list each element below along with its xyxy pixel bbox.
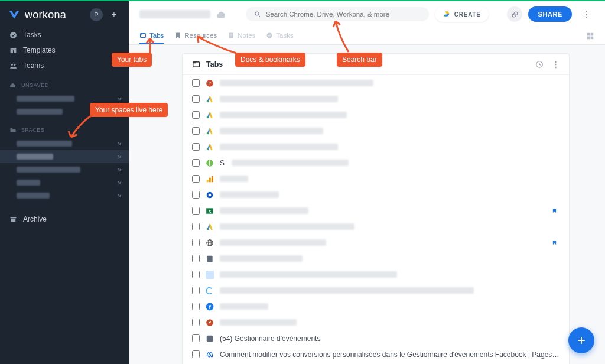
row-checkbox[interactable] — [192, 143, 200, 151]
svg-point-4 — [11, 63, 13, 65]
cloud-synced-icon — [216, 9, 227, 20]
dashboard-icon[interactable] — [586, 32, 594, 40]
tab-row[interactable] — [183, 266, 569, 282]
tab-row[interactable] — [183, 235, 569, 251]
space-item[interactable]: × — [0, 189, 129, 202]
tab-row[interactable] — [183, 187, 569, 203]
tab-row[interactable]: (54) Gestionnaire d'évènements — [183, 330, 569, 346]
tab-row[interactable] — [183, 282, 569, 298]
row-checkbox[interactable] — [192, 207, 200, 214]
close-icon[interactable]: × — [117, 165, 122, 174]
space-item[interactable]: × — [0, 163, 129, 176]
close-icon[interactable]: × — [117, 178, 122, 187]
bookmark-icon — [174, 32, 181, 39]
tab-row[interactable] — [183, 251, 569, 266]
svg-point-34 — [209, 193, 212, 196]
grey-doc-favicon-icon — [206, 255, 214, 263]
row-checkbox[interactable] — [192, 191, 200, 199]
history-icon[interactable] — [535, 60, 544, 69]
row-checkbox[interactable] — [192, 303, 200, 310]
tab-row[interactable]: P — [183, 75, 569, 91]
row-checkbox[interactable] — [192, 318, 200, 326]
nav-label: Templates — [23, 46, 56, 54]
globe-favicon-icon — [206, 239, 214, 247]
row-checkbox[interactable] — [192, 334, 200, 342]
sidebar: workona P + Tasks Templates Teams UNSAVE… — [0, 1, 129, 364]
panel-more-button[interactable]: ⋮ — [552, 60, 560, 69]
nav-tasks[interactable]: Tasks — [0, 27, 129, 43]
close-icon[interactable]: × — [117, 139, 122, 148]
row-title-redacted — [220, 239, 326, 246]
row-title-redacted — [220, 176, 248, 182]
row-checkbox[interactable] — [192, 127, 200, 135]
svg-text:P: P — [209, 320, 212, 324]
content-area: Tabs ⋮ PSXfP(54) Gestionnaire d'évènemen… — [129, 45, 605, 364]
svg-point-5 — [14, 63, 15, 65]
green-s-favicon-icon — [206, 159, 214, 167]
space-item[interactable]: × — [0, 137, 129, 150]
row-checkbox[interactable] — [192, 223, 200, 230]
copy-link-button[interactable] — [507, 6, 522, 22]
space-item[interactable]: × — [0, 150, 129, 163]
nav-label: Teams — [23, 61, 44, 70]
more-menu-button[interactable]: ⋮ — [578, 9, 594, 20]
svg-rect-18 — [587, 36, 590, 39]
svg-point-27 — [207, 132, 209, 134]
avatar[interactable]: P — [90, 8, 103, 21]
spaces-section-label: SPACES — [0, 118, 129, 137]
space-item[interactable]: × — [0, 176, 129, 189]
link-icon — [511, 11, 519, 18]
nav-archive[interactable]: Archive — [0, 207, 129, 232]
share-button[interactable]: SHARE — [528, 6, 572, 22]
row-checkbox[interactable] — [192, 255, 200, 262]
bookmark-flag-icon — [552, 207, 557, 214]
new-space-button[interactable]: + — [108, 8, 121, 21]
tab-row[interactable] — [183, 139, 569, 155]
svg-rect-6 — [11, 217, 17, 218]
tab-tasks[interactable]: Tasks — [266, 28, 293, 44]
row-checkbox[interactable] — [192, 239, 200, 246]
row-checkbox[interactable] — [192, 95, 200, 103]
ppt-favicon-icon: P — [206, 79, 214, 87]
row-checkbox[interactable] — [192, 79, 200, 87]
workona-logo-icon — [8, 9, 20, 21]
cloud-off-icon — [9, 82, 17, 89]
row-checkbox[interactable] — [192, 159, 200, 167]
svg-rect-32 — [212, 176, 213, 182]
svg-point-25 — [207, 100, 209, 102]
tab-row[interactable] — [183, 107, 569, 123]
tab-row[interactable]: S — [183, 155, 569, 171]
row-checkbox[interactable] — [192, 271, 200, 278]
row-checkbox[interactable] — [192, 111, 200, 119]
search-input[interactable] — [266, 11, 421, 18]
svg-rect-16 — [587, 32, 590, 35]
close-icon[interactable]: × — [117, 191, 122, 200]
nav-teams[interactable]: Teams — [0, 58, 129, 73]
tab-row[interactable]: Comment modifier vos conversions personn… — [183, 346, 569, 362]
row-title-redacted — [220, 287, 474, 294]
tab-row[interactable]: X — [183, 203, 569, 219]
row-title-redacted — [220, 223, 354, 230]
ads-favicon-icon — [206, 111, 214, 119]
row-title: (54) Gestionnaire d'évènements — [220, 334, 560, 343]
close-icon[interactable]: × — [117, 95, 122, 103]
tab-row[interactable] — [183, 171, 569, 187]
svg-point-28 — [207, 148, 209, 150]
sidebar-header: workona P + — [0, 6, 129, 27]
row-checkbox[interactable] — [192, 287, 200, 294]
panel-title: Tabs — [206, 60, 223, 69]
tab-row[interactable] — [183, 91, 569, 107]
row-checkbox[interactable] — [192, 175, 200, 183]
space-title — [139, 10, 210, 18]
tab-row[interactable]: P — [183, 314, 569, 330]
create-button[interactable]: CREATE — [435, 6, 489, 22]
drive-icon — [443, 10, 451, 18]
fab-add-button[interactable]: + — [568, 327, 594, 353]
nav-templates[interactable]: Templates — [0, 43, 129, 58]
close-icon[interactable]: × — [117, 152, 122, 161]
tab-row[interactable] — [183, 123, 569, 139]
row-title-redacted — [220, 255, 302, 262]
row-checkbox[interactable] — [192, 350, 200, 358]
tab-row[interactable] — [183, 219, 569, 235]
tab-row[interactable]: f — [183, 298, 569, 314]
